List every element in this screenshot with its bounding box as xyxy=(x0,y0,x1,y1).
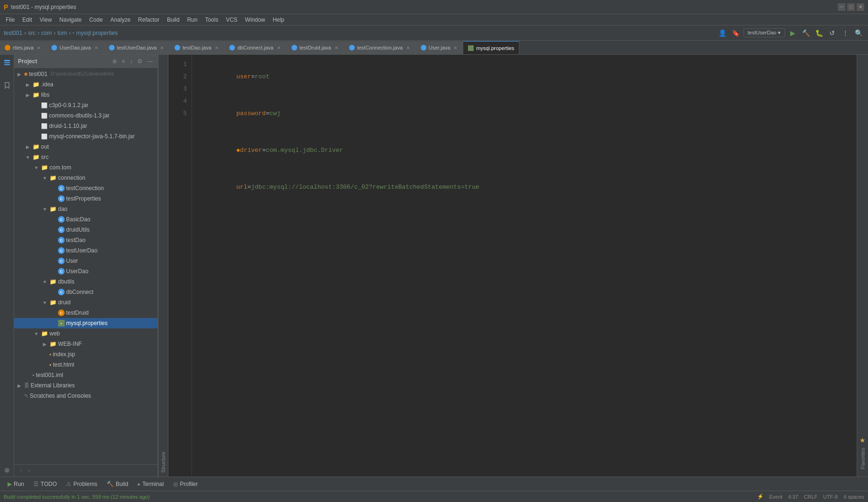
build-btn[interactable]: 🔨 xyxy=(800,27,811,39)
bookmark-btn[interactable]: 🔖 xyxy=(730,27,742,39)
tree-item-test001iml[interactable]: ▪ test001.iml xyxy=(14,370,158,380)
tab-close-testconnection[interactable]: ✕ xyxy=(405,45,411,51)
tab-close-userdao[interactable]: ✕ xyxy=(93,45,99,51)
tree-item-druidutils[interactable]: C druidUtils xyxy=(14,225,158,235)
tree-item-testuserdao[interactable]: C testUserDao xyxy=(14,245,158,256)
favorites-star[interactable]: ★ xyxy=(860,436,866,444)
tab-dbconnect[interactable]: dbConnect.java ✕ xyxy=(225,41,286,54)
close-button[interactable]: ✕ xyxy=(857,3,864,11)
tab-rties[interactable]: rties.java ✕ xyxy=(0,41,47,54)
project-header-add[interactable]: ⊕ xyxy=(111,57,118,66)
profile-icon-btn[interactable]: 👤 xyxy=(717,27,728,39)
code-editor[interactable]: user=root password=cwj ◆driver=com.mysql… xyxy=(192,55,857,477)
tab-close-testdao[interactable]: ✕ xyxy=(214,45,219,51)
breadcrumb-file[interactable]: mysql.properties xyxy=(76,30,118,36)
encoding[interactable]: UTF-8 xyxy=(823,494,838,500)
project-header-menu[interactable]: ≡ xyxy=(121,57,126,66)
tab-mysql-properties[interactable]: mysql.properties xyxy=(463,41,519,54)
project-header-settings[interactable]: ⚙ xyxy=(136,57,143,66)
tree-item-druid-jar[interactable]: ⬜ druid-1.1.10.jar xyxy=(14,121,158,131)
tab-testdruid[interactable]: testDruid.java ✕ xyxy=(287,41,344,54)
tab-close-rties[interactable]: ✕ xyxy=(36,45,42,51)
tree-item-libs[interactable]: ▶ 📁 libs xyxy=(14,90,158,100)
editor-content[interactable]: 1 2 3 4 5 user=root password=cwj ◆driver… xyxy=(168,55,857,477)
problems-tool-btn[interactable]: ⚠ Problems xyxy=(62,480,101,488)
tab-close-testdruid[interactable]: ✕ xyxy=(334,45,339,51)
tree-item-com-tom[interactable]: ▼ 📁 com.tom xyxy=(14,162,158,173)
profiler-tool-btn[interactable]: ◎ Profiler xyxy=(169,480,201,488)
tree-item-dbconnect[interactable]: C dbConnect xyxy=(14,287,158,297)
menu-run[interactable]: Run xyxy=(184,14,201,25)
tab-user[interactable]: User.java ✕ xyxy=(416,41,464,54)
sidebar-icon-bookmarks[interactable] xyxy=(1,79,13,92)
tree-item-commons-dbutils[interactable]: ⬜ commons-dbutils-1.3.jar xyxy=(14,110,158,121)
breadcrumb-src[interactable]: src xyxy=(28,30,35,36)
menu-refactor[interactable]: Refactor xyxy=(134,14,163,25)
structure-panel[interactable]: Structure xyxy=(158,55,168,477)
menu-code[interactable]: Code xyxy=(85,14,107,25)
tree-item-out[interactable]: ▶ 📁 out xyxy=(14,142,158,152)
tree-item-userdao[interactable]: C UserDao xyxy=(14,266,158,276)
tree-item-connection[interactable]: ▼ 📁 connection xyxy=(14,173,158,183)
tree-item-webinf[interactable]: ▶ 📁 WEB-INF xyxy=(14,339,158,349)
tree-item-mysql-properties[interactable]: ▪ mysql.properties xyxy=(14,318,158,328)
tree-item-indexjsp[interactable]: ▪ index.jsp xyxy=(14,349,158,360)
menu-window[interactable]: Window xyxy=(241,14,269,25)
tab-testdao[interactable]: testDao.java ✕ xyxy=(170,41,225,54)
run-btn[interactable]: ▶ xyxy=(787,27,798,39)
tree-item-basicdao[interactable]: C BasicDao xyxy=(14,214,158,225)
minimize-button[interactable]: ─ xyxy=(838,3,845,11)
menu-build[interactable]: Build xyxy=(163,14,184,25)
tree-item-druid[interactable]: ▼ 📁 druid xyxy=(14,297,158,308)
tree-item-testhtml[interactable]: ▪ test.html xyxy=(14,360,158,370)
tree-item-web[interactable]: ▼ 📁 web xyxy=(14,328,158,339)
line-ending[interactable]: CRLF xyxy=(804,494,818,500)
tab-userdao[interactable]: UserDao.java ✕ xyxy=(47,41,104,54)
todo-tool-btn[interactable]: ☰ TODO xyxy=(30,480,60,488)
tree-item-c3p0[interactable]: ⬜ c3p0-0.9.1.2.jar xyxy=(14,100,158,110)
terminal-tool-btn[interactable]: ▸ Terminal xyxy=(134,480,167,488)
tree-item-test001[interactable]: ▶ ■ test001 D:\java\Java笔记\Javacode\hs xyxy=(14,69,158,79)
tab-close-dbconnect[interactable]: ✕ xyxy=(276,45,282,51)
tab-testconnection[interactable]: testConnection.java ✕ xyxy=(344,41,416,54)
breadcrumb-com[interactable]: com xyxy=(41,30,52,36)
scroll-up-btn[interactable]: ↑ xyxy=(18,467,24,474)
menu-edit[interactable]: Edit xyxy=(18,14,36,25)
coverage-btn[interactable]: ↺ xyxy=(826,27,838,39)
run-tool-btn[interactable]: ▶ Run xyxy=(4,480,28,488)
tree-item-testdao[interactable]: C testDao xyxy=(14,235,158,245)
sidebar-icon-settings[interactable] xyxy=(1,464,13,477)
menu-analyze[interactable]: Analyze xyxy=(107,14,134,25)
menu-tools[interactable]: Tools xyxy=(201,14,222,25)
tree-item-dbutils[interactable]: ▼ 📁 dbutils xyxy=(14,276,158,287)
tree-item-dao[interactable]: ▼ 📁 dao xyxy=(14,204,158,214)
build-tool-btn[interactable]: 🔨 Build xyxy=(103,480,132,488)
tree-item-idea[interactable]: ▶ 📁 .idea xyxy=(14,79,158,90)
tab-testuserdao[interactable]: testUserDao.java ✕ xyxy=(104,41,170,54)
tab-close-testuserdao[interactable]: ✕ xyxy=(159,45,165,51)
tree-item-testdruid[interactable]: C testDruid xyxy=(14,308,158,318)
debug-btn[interactable]: 🐛 xyxy=(813,27,825,39)
tree-item-testproperties[interactable]: C testProperties xyxy=(14,193,158,204)
tree-item-user[interactable]: C User xyxy=(14,256,158,266)
menu-file[interactable]: File xyxy=(2,14,18,25)
tab-close-user[interactable]: ✕ xyxy=(452,45,458,51)
breadcrumb-project[interactable]: test001 xyxy=(4,30,22,36)
menu-navigate[interactable]: Navigate xyxy=(56,14,85,25)
indent[interactable]: 4 spaces xyxy=(843,494,864,500)
tree-item-scratches[interactable]: ✎ Scratches and Consoles xyxy=(14,391,158,401)
search-btn[interactable]: 🔍 xyxy=(853,27,864,39)
menu-view[interactable]: View xyxy=(36,14,56,25)
more-actions-btn[interactable]: ⋮ xyxy=(840,27,851,39)
tree-item-mysql-jar[interactable]: ⬜ mysql-connector-java-5.1.7-bin.jar xyxy=(14,131,158,142)
menu-help[interactable]: Help xyxy=(269,14,288,25)
tree-item-testconnection[interactable]: C testConnection xyxy=(14,183,158,193)
run-config-btn[interactable]: testUserDao ▾ xyxy=(743,28,785,37)
maximize-button[interactable]: □ xyxy=(847,3,855,11)
project-header-sort[interactable]: ↕ xyxy=(129,57,134,66)
tree-item-external-libs[interactable]: ▶ 🗄 External Libraries xyxy=(14,380,158,391)
scroll-down-btn[interactable]: ↓ xyxy=(26,467,32,474)
sidebar-icon-project[interactable] xyxy=(1,57,13,69)
project-header-collapse[interactable]: — xyxy=(146,57,154,66)
menu-vcs[interactable]: VCS xyxy=(222,14,242,25)
